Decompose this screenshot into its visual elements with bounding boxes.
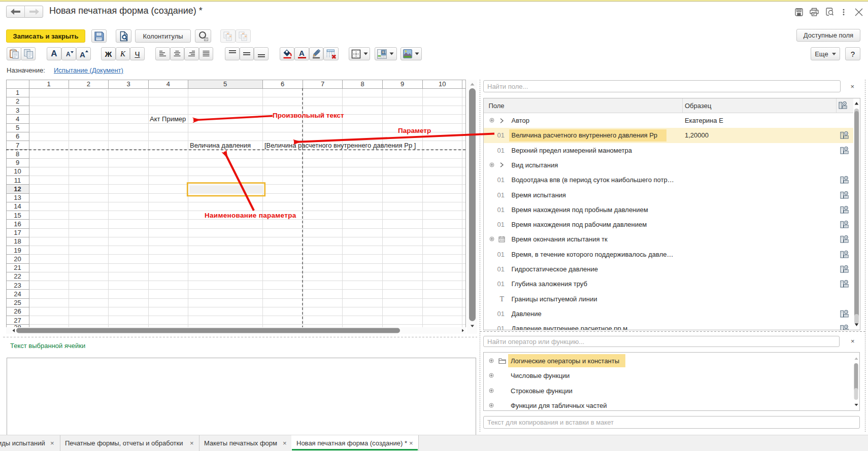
svg-text:26: 26 [14,307,21,315]
svg-text:23: 23 [14,282,21,289]
svg-text:16: 16 [14,220,21,228]
svg-text:11: 11 [14,177,21,184]
svg-text:10: 10 [439,80,446,88]
svg-text:5: 5 [16,124,19,131]
svg-text:7: 7 [321,80,324,88]
svg-text:25: 25 [14,299,21,306]
svg-text:22: 22 [14,272,21,280]
svg-text:4: 4 [166,80,170,88]
svg-text:5: 5 [223,80,227,88]
svg-text:19: 19 [14,247,21,254]
svg-text:1: 1 [47,80,50,88]
svg-text:21: 21 [14,264,21,271]
svg-text:18: 18 [14,237,21,245]
svg-text:2: 2 [16,97,19,105]
svg-text:8: 8 [360,80,364,88]
svg-text:3: 3 [126,80,130,88]
svg-text:12: 12 [14,185,21,193]
svg-text:7: 7 [16,142,19,149]
svg-text:3: 3 [16,107,19,114]
svg-text:24: 24 [14,290,21,298]
svg-text:9: 9 [400,80,404,88]
svg-text:[Величина расчетного внутренне: [Величина расчетного внутреннего давлени… [264,142,416,149]
svg-text:10: 10 [14,167,21,175]
svg-text:8: 8 [16,150,19,158]
svg-text:27: 27 [14,317,21,324]
svg-text:17: 17 [14,229,21,236]
svg-text:9: 9 [16,159,19,166]
svg-text:2: 2 [87,80,90,88]
svg-text:14: 14 [14,202,21,210]
svg-text:13: 13 [14,194,21,201]
svg-text:6: 6 [281,80,284,88]
svg-text:Величина давления: Величина давления [190,142,251,149]
svg-text:Акт Пример: Акт Пример [150,115,186,123]
svg-text:1: 1 [16,89,19,96]
svg-text:20: 20 [14,255,21,263]
svg-text:6: 6 [16,132,19,140]
svg-text:4: 4 [16,115,19,123]
svg-text:15: 15 [14,212,21,219]
